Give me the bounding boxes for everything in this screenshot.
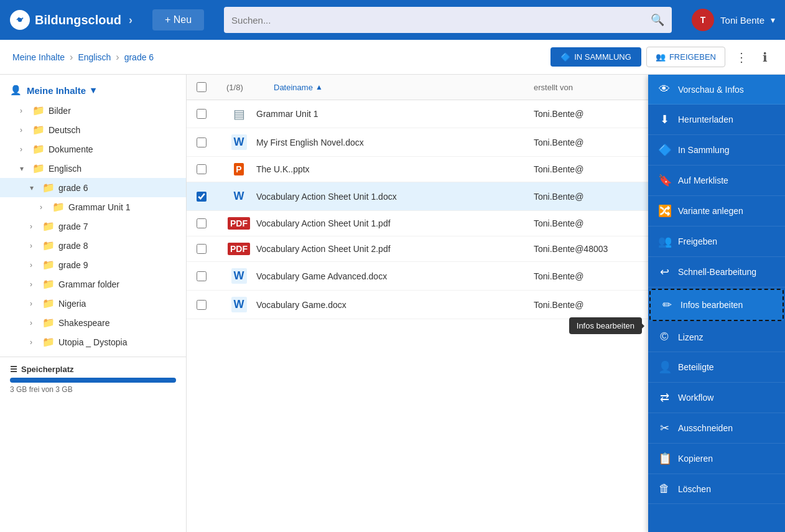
row-checkbox[interactable] <box>197 138 207 147</box>
file-name[interactable]: Vocabulary Game Advanced.docx <box>256 271 529 281</box>
sidebar-item-label: Nigeria <box>58 299 176 309</box>
sidebar-item-nigeria[interactable]: › 📁 Nigeria <box>0 294 186 313</box>
menu-item-infos-bearbeiten[interactable]: ✏ Infos bearbeiten <box>649 289 784 321</box>
file-name[interactable]: The U.K..pptx <box>256 164 529 174</box>
app-title: Bildungscloud <box>35 13 121 27</box>
search-icon[interactable]: 🔍 <box>651 13 664 27</box>
sidebar-item-label: Shakespeare <box>58 318 176 328</box>
sammlung-icon: 🔷 <box>658 143 671 157</box>
sidebar-item-bilder[interactable]: › 📁 Bilder <box>0 101 186 120</box>
row-checkbox[interactable] <box>197 192 207 202</box>
person-icon: 👤 <box>10 85 22 96</box>
row-checkbox[interactable] <box>197 244 207 254</box>
license-icon: © <box>658 330 671 343</box>
chevron-right-icon: › <box>20 106 29 115</box>
folder-icon: 📁 <box>42 259 55 271</box>
breadcrumb-meine-inhalte[interactable]: Meine Inhalte <box>12 52 65 62</box>
menu-item-merkliste[interactable]: 🔖 Auf Merkliste <box>648 166 785 196</box>
file-owner: Toni.Bente@ <box>534 300 646 310</box>
menu-item-lizenz[interactable]: © Lizenz <box>648 322 785 352</box>
sidebar-item-grammar-unit-1[interactable]: › 📁 Grammar Unit 1 <box>0 197 186 217</box>
sidebar-item-grade8[interactable]: › 📁 grade 8 <box>0 236 186 255</box>
row-checkbox-area[interactable] <box>197 271 221 281</box>
neu-button[interactable]: + Neu <box>152 9 204 30</box>
avatar: T <box>692 9 714 31</box>
menu-item-beteiligte[interactable]: 👤 Beteiligte <box>648 352 785 383</box>
sidebar-item-dokumente[interactable]: › 📁 Dokumente <box>0 139 186 159</box>
sidebar-item-shakespeare[interactable]: › 📁 Shakespeare <box>0 313 186 332</box>
row-checkbox-area[interactable] <box>197 164 221 174</box>
row-checkbox-area[interactable] <box>197 192 221 202</box>
menu-label: Infos bearbeiten <box>680 300 743 310</box>
top-navbar: Bildungscloud › + Neu 🔍 T Toni Bente ▾ <box>0 0 785 40</box>
chevron-right-icon: › <box>30 338 39 347</box>
user-area[interactable]: T Toni Bente ▾ <box>692 9 775 31</box>
file-name[interactable]: Vocabulary Action Sheet Unit 1.docx <box>256 192 529 202</box>
menu-item-herunterladen[interactable]: ⬇ Herunterladen <box>648 105 785 135</box>
in-sammlung-button[interactable]: 🔷 IN SAMMLUNG <box>550 47 641 67</box>
workflow-icon: ⇄ <box>658 391 671 404</box>
sidebar-header[interactable]: 👤 Meine Inhalte ▾ <box>0 75 186 101</box>
sammlung-icon: 🔷 <box>560 52 570 62</box>
breadcrumb-englisch[interactable]: Englisch <box>78 52 111 62</box>
file-name[interactable]: My First English Novel.docx <box>256 138 529 147</box>
count-label: (1/8) <box>226 83 239 92</box>
row-checkbox[interactable] <box>197 271 207 281</box>
sidebar-item-grade9[interactable]: › 📁 grade 9 <box>0 255 186 274</box>
menu-label: Kopieren <box>678 454 713 464</box>
sidebar-item-grade7[interactable]: › 📁 grade 7 <box>0 217 186 236</box>
row-checkbox[interactable] <box>197 164 207 174</box>
row-checkbox-area[interactable] <box>197 244 221 254</box>
row-checkbox-area[interactable] <box>197 300 221 310</box>
file-name[interactable]: Vocabulary Action Sheet Unit 1.pdf <box>256 218 529 228</box>
menu-item-freigeben[interactable]: 👥 Freigeben <box>648 226 785 257</box>
chevron-right-icon: › <box>30 222 39 231</box>
menu-item-loeschen[interactable]: 🗑 Löschen <box>648 474 785 504</box>
sidebar: LOGINEO NRW 👤 Meine Inhalte ▾ › 📁 Bilder… <box>0 75 187 532</box>
row-checkbox[interactable] <box>197 300 207 310</box>
sidebar-title: Meine Inhalte <box>27 85 86 96</box>
menu-item-workflow[interactable]: ⇄ Workflow <box>648 383 785 413</box>
sidebar-item-englisch[interactable]: ▾ 📁 Englisch <box>0 159 186 178</box>
file-name[interactable]: Grammar Unit 1 <box>256 109 529 119</box>
chevron-right-icon: › <box>30 299 39 308</box>
menu-item-in-sammlung[interactable]: 🔷 In Sammlung <box>648 135 785 166</box>
freigeben-button[interactable]: 👥 FREIGEBEN <box>646 47 725 67</box>
sidebar-item-deutsch[interactable]: › 📁 Deutsch <box>0 120 186 139</box>
search-input[interactable] <box>231 15 651 26</box>
menu-item-variante[interactable]: 🔀 Variante anlegen <box>648 196 785 226</box>
menu-item-schnell[interactable]: ↩ Schnell-Bearbeitung <box>648 257 785 287</box>
more-options-button[interactable]: ⋮ <box>730 47 753 67</box>
row-checkbox[interactable] <box>197 218 207 228</box>
row-checkbox-area[interactable] <box>197 218 221 228</box>
sidebar-item-label: grade 9 <box>58 260 176 270</box>
select-all-checkbox-area[interactable] <box>197 82 221 92</box>
menu-item-ausschneiden[interactable]: ✂ Ausschneiden <box>648 413 785 444</box>
select-all-checkbox[interactable] <box>197 82 207 92</box>
row-checkbox[interactable] <box>197 109 207 119</box>
col-owner-header: erstellt von <box>534 83 646 92</box>
info-button[interactable]: ℹ <box>758 47 773 67</box>
sidebar-item-grade6[interactable]: ▾ 📁 grade 6 <box>0 178 186 197</box>
sidebar-item-utopia[interactable]: › 📁 Utopia _ Dystopia <box>0 332 186 352</box>
file-type-icon: W <box>226 297 251 312</box>
file-name[interactable]: Vocabulary Game.docx <box>256 300 529 310</box>
row-checkbox-area[interactable] <box>197 138 221 147</box>
logo-area[interactable]: Bildungscloud › <box>10 10 132 30</box>
breadcrumb-grade6[interactable]: grade 6 <box>124 52 154 62</box>
col-name-header[interactable]: Dateiname ▲ <box>274 83 529 92</box>
menu-item-kopieren[interactable]: 📋 Kopieren <box>648 444 785 474</box>
menu-label: Workflow <box>678 393 713 403</box>
file-type-icon: W <box>226 268 251 284</box>
file-name[interactable]: Vocabulary Action Sheet Unit 2.pdf <box>256 244 529 254</box>
breadcrumb-sep-2: › <box>116 52 119 63</box>
word-icon: W <box>231 189 247 204</box>
sort-icon: ▲ <box>315 83 323 91</box>
logo-chevron-icon: › <box>129 14 132 27</box>
row-checkbox-area[interactable] <box>197 109 221 119</box>
menu-label: Freigeben <box>678 236 717 246</box>
sidebar-item-grammar-folder[interactable]: › 📁 Grammar folder <box>0 274 186 294</box>
menu-label: Herunterladen <box>678 114 733 124</box>
menu-item-vorschau[interactable]: 👁 Vorschau & Infos <box>648 75 785 105</box>
copy-icon: 📋 <box>658 452 671 465</box>
